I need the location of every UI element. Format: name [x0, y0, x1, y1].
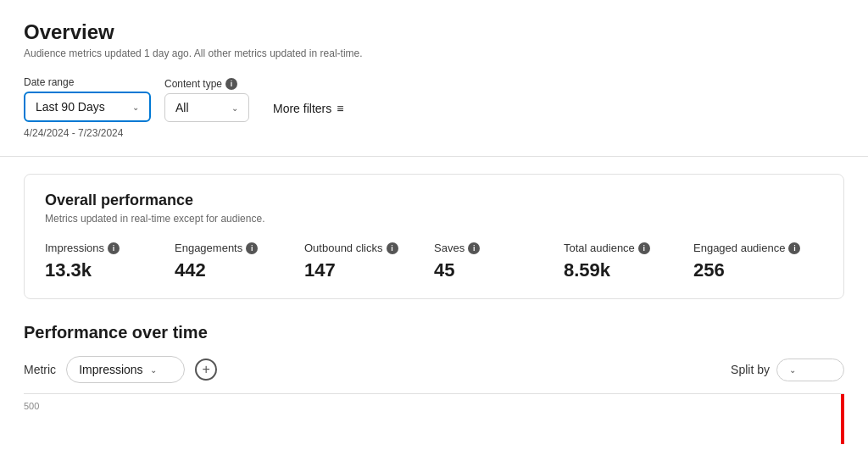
- more-filters-label: More filters: [273, 102, 331, 115]
- metric-engagements-label: Engagements i: [175, 242, 284, 254]
- content-type-info-icon[interactable]: i: [225, 78, 237, 90]
- chevron-down-icon: ⌄: [231, 103, 238, 113]
- page-title: Overview: [24, 20, 844, 44]
- split-by-label: Split by: [731, 363, 770, 376]
- date-range-display: 4/24/2024 - 7/23/2024: [24, 127, 844, 139]
- metric-total-audience: Total audience i 8.59k: [564, 242, 693, 281]
- date-range-value: Last 90 Days: [36, 100, 105, 114]
- date-range-dropdown[interactable]: Last 90 Days ⌄: [24, 92, 151, 122]
- metric-control-label: Metric: [24, 363, 56, 376]
- chart-y-label: 500: [24, 401, 39, 411]
- metric-outbound-clicks-label: Outbound clicks i: [304, 242, 414, 254]
- performance-over-time-section: Performance over time Metric Impressions…: [24, 323, 844, 444]
- filters-row: Date range Last 90 Days ⌄ Content type i…: [24, 76, 844, 122]
- metric-engagements-value: 442: [175, 259, 284, 281]
- chevron-down-icon: ⌄: [789, 365, 796, 375]
- metric-saves-value: 45: [434, 259, 543, 281]
- metric-impressions: Impressions i 13.3k: [45, 242, 175, 281]
- metric-total-audience-label: Total audience i: [564, 242, 673, 254]
- metric-engaged-audience: Engaged audience i 256: [693, 242, 823, 281]
- outbound-clicks-info-icon[interactable]: i: [387, 242, 398, 254]
- overall-performance-title: Overall performance: [45, 192, 823, 209]
- metric-outbound-clicks: Outbound clicks i 147: [304, 242, 434, 281]
- metric-engaged-audience-label: Engaged audience i: [693, 242, 803, 254]
- overall-performance-card: Overall performance Metrics updated in r…: [24, 174, 844, 299]
- split-by-control: Split by ⌄: [731, 359, 844, 381]
- content-type-dropdown[interactable]: All ⌄: [164, 93, 249, 122]
- total-audience-info-icon[interactable]: i: [638, 242, 650, 254]
- metric-engagements: Engagements i 442: [175, 242, 304, 281]
- performance-left-controls: Metric Impressions ⌄ +: [24, 356, 217, 383]
- chevron-down-icon: ⌄: [150, 365, 157, 375]
- impressions-info-icon[interactable]: i: [108, 242, 120, 254]
- metric-saves-label: Saves i: [434, 242, 543, 254]
- content-type-label: Content type i: [164, 78, 249, 90]
- metric-impressions-label: Impressions i: [45, 242, 154, 254]
- filter-icon: ≡: [337, 102, 343, 115]
- performance-controls: Metric Impressions ⌄ + Split by ⌄: [24, 356, 844, 383]
- saves-info-icon[interactable]: i: [468, 242, 480, 254]
- date-range-filter: Date range Last 90 Days ⌄: [24, 76, 151, 122]
- chevron-down-icon: ⌄: [132, 103, 139, 112]
- metric-outbound-clicks-value: 147: [304, 259, 414, 281]
- metric-impressions-value: 13.3k: [45, 259, 154, 281]
- chart-red-bar: [841, 394, 844, 444]
- metric-total-audience-value: 8.59k: [564, 259, 673, 281]
- metric-select-value: Impressions: [79, 363, 142, 376]
- metrics-row: Impressions i 13.3k Engagements i 442 Ou…: [45, 242, 823, 281]
- engaged-audience-info-icon[interactable]: i: [788, 242, 800, 254]
- date-range-label: Date range: [24, 76, 151, 88]
- metric-saves: Saves i 45: [434, 242, 564, 281]
- metric-engaged-audience-value: 256: [693, 259, 803, 281]
- overall-performance-subtitle: Metrics updated in real-time except for …: [45, 213, 823, 225]
- split-by-dropdown[interactable]: ⌄: [776, 359, 844, 381]
- chart-area: 500: [24, 393, 844, 444]
- content-type-filter: Content type i All ⌄: [164, 78, 249, 122]
- performance-over-time-title: Performance over time: [24, 323, 844, 342]
- content-type-value: All: [175, 101, 189, 114]
- page-subtitle: Audience metrics updated 1 day ago. All …: [24, 47, 844, 59]
- more-filters-button[interactable]: More filters ≡: [263, 95, 353, 122]
- add-metric-button[interactable]: +: [195, 359, 217, 381]
- divider: [0, 156, 868, 157]
- metric-select-dropdown[interactable]: Impressions ⌄: [66, 356, 185, 383]
- engagements-info-icon[interactable]: i: [246, 242, 258, 254]
